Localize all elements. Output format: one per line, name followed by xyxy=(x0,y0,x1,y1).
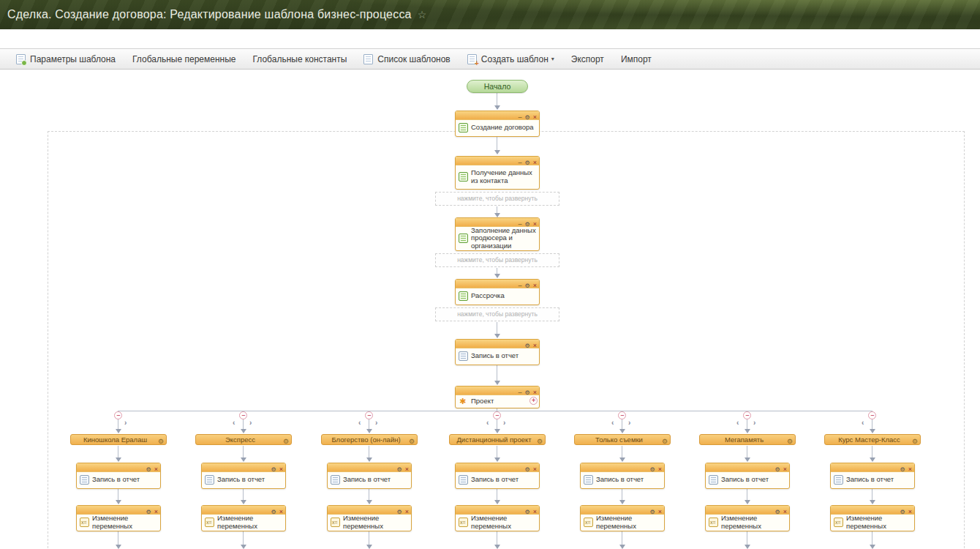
block-get-contact-data[interactable]: Получение данных из контакта xyxy=(455,156,540,190)
block-title: Изменение переменных xyxy=(471,515,536,530)
variables-block[interactable]: Изменение переменных xyxy=(201,505,286,531)
branch-title-bar[interactable]: Дистанционный проект xyxy=(449,434,546,445)
report-block[interactable]: Запись в отчет xyxy=(76,463,161,489)
branch-title-bar[interactable]: Курс Мастер-Класс xyxy=(824,434,921,445)
block-title: Проект xyxy=(471,397,494,406)
chevron-left-icon[interactable] xyxy=(486,419,489,427)
connector-line xyxy=(118,531,118,545)
branch-column: Только съемки Запись в отчет Изменение п… xyxy=(574,411,671,549)
branch-column: Экспресс Запись в отчет Изменение переме… xyxy=(195,411,292,549)
block-create-document[interactable]: Создание договора xyxy=(455,111,540,137)
branch-column: Киношкола Ералаш Запись в отчет Изменени… xyxy=(70,411,167,549)
connector-line xyxy=(497,322,497,334)
variables-block[interactable]: Изменение переменных xyxy=(455,505,540,531)
block-title: Запись в отчет xyxy=(343,476,391,484)
gear-icon[interactable] xyxy=(158,436,164,445)
variables-block[interactable]: Изменение переменных xyxy=(830,505,915,531)
variables-block[interactable]: Изменение переменных xyxy=(76,505,161,531)
chevron-left-icon[interactable] xyxy=(611,419,614,427)
block-installment[interactable]: Рассрочка xyxy=(455,279,540,305)
report-block[interactable]: Запись в отчет xyxy=(830,463,915,489)
toolbar-item-export[interactable]: Экспорт xyxy=(571,54,604,64)
gear-icon[interactable] xyxy=(409,436,415,445)
variables-block[interactable]: Изменение переменных xyxy=(580,505,665,531)
branch-title-bar[interactable]: Только съемки xyxy=(574,434,671,445)
report-block[interactable]: Запись в отчет xyxy=(580,463,665,489)
toolbar-item-global-constants[interactable]: Глобальные константы xyxy=(252,54,347,64)
start-node[interactable]: Начало xyxy=(467,80,528,93)
collapse-branch-button[interactable] xyxy=(493,411,501,419)
collapse-branch-button[interactable] xyxy=(239,411,247,419)
branch-title: Экспресс xyxy=(225,436,255,444)
collapsed-area[interactable]: нажмите, чтобы развернуть xyxy=(435,192,559,206)
toolbar-item-global-variables[interactable]: Глобальные переменные xyxy=(132,54,235,64)
connector-line xyxy=(747,531,747,545)
block-header xyxy=(456,463,539,472)
arrowhead-icon xyxy=(366,500,372,504)
connector-line xyxy=(118,446,118,458)
report-block[interactable]: Запись в отчет xyxy=(455,463,540,489)
branch-title-bar[interactable]: Киношкола Ералаш xyxy=(70,434,167,445)
arrowhead-icon xyxy=(494,545,500,549)
toolbar-item-template-list[interactable]: Список шаблонов xyxy=(363,54,450,64)
chevron-right-icon[interactable] xyxy=(503,419,505,427)
gear-icon[interactable] xyxy=(283,436,289,445)
branch-title-bar[interactable]: Экспресс xyxy=(195,434,292,445)
gear-icon[interactable] xyxy=(662,436,668,445)
toolbar-item-import[interactable]: Импорт xyxy=(621,54,652,64)
block-project-condition[interactable]: Проект xyxy=(455,386,540,408)
collapse-branch-button[interactable] xyxy=(868,411,876,419)
chevron-left-icon[interactable] xyxy=(358,419,361,427)
connector-line xyxy=(497,489,497,500)
arrowhead-icon xyxy=(241,429,246,433)
chevron-left-icon[interactable] xyxy=(233,419,235,427)
collapsed-area[interactable]: нажмите, чтобы развернуть xyxy=(435,253,559,267)
block-header xyxy=(202,506,285,515)
block-fill-producer-data[interactable]: Заполнение данных продюсера и организаци… xyxy=(455,217,540,251)
branch-column: Мегапамять Запись в отчет Изменение пере… xyxy=(699,411,796,549)
block-header xyxy=(77,463,160,472)
gear-icon[interactable] xyxy=(912,436,918,445)
branch-title-bar[interactable]: Блогерство (он-лайн) xyxy=(321,434,418,445)
collapse-branch-button[interactable] xyxy=(365,411,373,419)
branch-title-bar[interactable]: Мегапамять xyxy=(699,434,796,445)
branch-title: Блогерство (он-лайн) xyxy=(331,436,400,444)
collapse-branch-button[interactable] xyxy=(618,411,626,419)
toolbar-item-label: Экспорт xyxy=(571,54,604,64)
variables-icon xyxy=(331,518,340,527)
block-title: Изменение переменных xyxy=(92,515,157,530)
add-branch-button[interactable] xyxy=(529,397,538,405)
favorite-star-icon[interactable]: ☆ xyxy=(418,9,427,20)
branch-title: Дистанционный проект xyxy=(456,436,531,444)
variables-block[interactable]: Изменение переменных xyxy=(705,505,790,531)
collapsed-area[interactable]: нажмите, чтобы развернуть xyxy=(435,307,559,321)
chevron-right-icon[interactable] xyxy=(375,419,377,427)
chevron-right-icon[interactable] xyxy=(124,419,127,427)
block-title: Запись в отчет xyxy=(471,352,519,360)
toolbar-item-create-template[interactable]: Создать шаблон▾ xyxy=(467,54,554,64)
report-block[interactable]: Запись в отчет xyxy=(201,463,286,489)
block-title: Получение данных из контакта xyxy=(471,169,536,184)
report-block[interactable]: Запись в отчет xyxy=(327,463,412,489)
arrowhead-icon xyxy=(870,429,875,433)
branch-column: Дистанционный проект Запись в отчет Изме… xyxy=(449,411,546,549)
template-params-icon xyxy=(16,54,26,64)
report-block[interactable]: Запись в отчет xyxy=(705,463,790,489)
block-header xyxy=(328,506,411,515)
chevron-right-icon[interactable] xyxy=(628,419,630,427)
collapse-branch-button[interactable] xyxy=(743,411,751,419)
chevron-left-icon[interactable] xyxy=(862,419,864,427)
block-header xyxy=(456,506,539,515)
arrowhead-icon xyxy=(494,381,500,385)
report-icon xyxy=(709,475,718,485)
collapse-branch-button[interactable] xyxy=(114,411,122,419)
gear-icon[interactable] xyxy=(537,436,543,445)
variables-block[interactable]: Изменение переменных xyxy=(327,505,412,531)
chevron-right-icon[interactable] xyxy=(753,419,755,427)
block-report-entry[interactable]: Запись в отчет xyxy=(455,339,540,365)
toolbar-item-label: Список шаблонов xyxy=(377,54,450,64)
gear-icon[interactable] xyxy=(787,436,793,445)
chevron-right-icon[interactable] xyxy=(249,419,252,427)
toolbar-item-template-params[interactable]: Параметры шаблона xyxy=(16,54,116,64)
chevron-left-icon[interactable] xyxy=(736,419,739,427)
